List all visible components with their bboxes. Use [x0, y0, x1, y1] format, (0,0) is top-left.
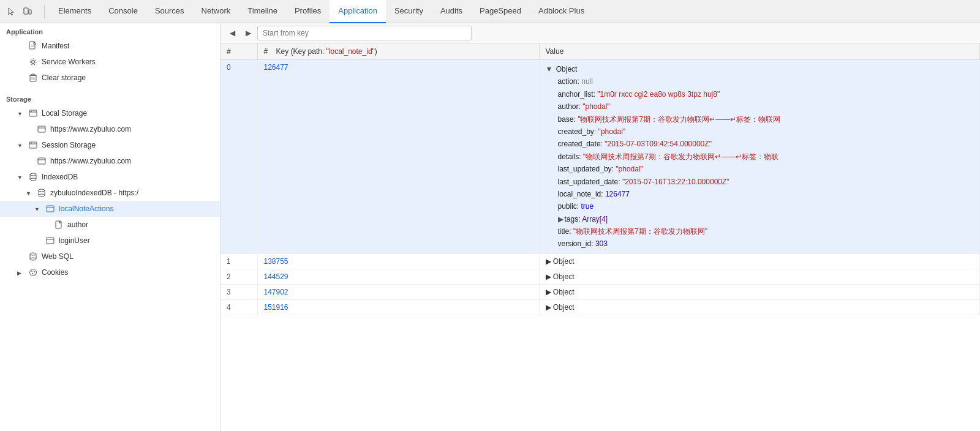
web-sql-label: Web SQL	[42, 252, 74, 261]
back-button[interactable]: ◀	[225, 26, 239, 40]
localNoteActions-icon	[45, 204, 55, 214]
tab-adblock[interactable]: Adblock Plus	[530, 0, 593, 23]
localNoteActions-label: localNoteActions	[59, 204, 113, 213]
indexeddb-label: IndexedDB	[42, 173, 78, 181]
svg-rect-15	[31, 111, 32, 112]
sidebar-item-session-storage[interactable]: Session Storage	[0, 137, 220, 153]
tab-pagespeed[interactable]: PageSpeed	[471, 0, 530, 23]
table-row[interactable]: 0 126477 ▼ Object action: null anchor	[221, 60, 980, 254]
main-tabs: Elements Console Sources Network Timelin…	[50, 0, 593, 23]
content-toolbar: ◀ ▶	[221, 23, 980, 43]
row-key[interactable]: 126477	[257, 60, 539, 254]
sidebar-item-author[interactable]: author	[0, 217, 220, 233]
table-row[interactable]: 2 144529 ▶ Object	[221, 269, 980, 284]
row-key[interactable]: 138755	[257, 253, 539, 269]
row-value: ▶ Object	[539, 284, 980, 299]
tab-security[interactable]: Security	[386, 0, 432, 23]
doc-icon	[28, 41, 38, 51]
gear-icon	[28, 57, 38, 67]
row-num: 3	[221, 284, 257, 299]
obj-expand-arrow[interactable]: ▼	[546, 65, 553, 73]
idb-zybuluo-arrow[interactable]	[26, 189, 33, 197]
tags-expand[interactable]: ▶	[558, 215, 564, 223]
table-row[interactable]: 3 147902 ▶ Object	[221, 284, 980, 299]
svg-point-43	[32, 273, 33, 274]
row4-expand[interactable]: ▶	[546, 303, 551, 312]
device-icon[interactable]	[21, 5, 34, 18]
forward-button[interactable]: ▶	[241, 26, 255, 40]
svg-rect-13	[29, 110, 37, 116]
row-key[interactable]: 144529	[257, 269, 539, 284]
search-input[interactable]	[257, 26, 472, 40]
sidebar-item-localNoteActions[interactable]: localNoteActions	[0, 201, 220, 217]
session-storage-icon	[28, 140, 38, 150]
sidebar-item-web-sql[interactable]: Web SQL	[0, 249, 220, 264]
tab-network[interactable]: Network	[193, 0, 239, 23]
sidebar-item-local-storage-zybuluo[interactable]: https://www.zybuluo.com	[0, 121, 220, 137]
tab-profiles[interactable]: Profiles	[286, 0, 330, 23]
row-num: 0	[221, 60, 257, 254]
field-base: base: "物联网技术周报第7期：谷歌发力物联网↵——↵标签：物联网	[558, 113, 974, 126]
field-author: author: "phodal"	[558, 100, 974, 113]
author-label: author	[67, 220, 88, 229]
svg-rect-0	[24, 8, 28, 14]
svg-rect-16	[38, 126, 45, 132]
sidebar-item-local-storage[interactable]: Local Storage	[0, 105, 220, 121]
trash-icon	[28, 73, 38, 83]
tab-elements[interactable]: Elements	[50, 0, 100, 23]
svg-rect-20	[31, 143, 32, 144]
row-key[interactable]: 151916	[257, 299, 539, 315]
sidebar-item-loginUser[interactable]: loginUser	[0, 233, 220, 249]
row2-expand[interactable]: ▶	[546, 272, 551, 281]
loginUser-label: loginUser	[59, 236, 90, 245]
cursor-icon[interactable]	[5, 5, 18, 18]
svg-rect-18	[29, 142, 37, 148]
session-storage-arrow[interactable]	[17, 141, 24, 149]
local-storage-icon	[28, 108, 38, 118]
local-storage-arrow[interactable]	[17, 109, 24, 118]
tab-sources[interactable]: Sources	[146, 0, 193, 23]
svg-point-41	[31, 271, 32, 272]
sidebar-item-cookies[interactable]: Cookies	[0, 264, 220, 280]
sidebar-item-indexeddb[interactable]: IndexedDB	[0, 169, 220, 185]
tab-timeline[interactable]: Timeline	[239, 0, 286, 23]
sidebar-item-clear-storage[interactable]: Clear storage	[0, 70, 220, 86]
sidebar-item-session-zybuluo[interactable]: https://www.zybuluo.com	[0, 153, 220, 169]
top-toolbar: Elements Console Sources Network Timelin…	[0, 0, 980, 23]
obj-type-label: Object	[556, 65, 578, 73]
cookies-label: Cookies	[42, 268, 68, 277]
svg-rect-1	[29, 10, 31, 14]
col-key-label-text: Key (Key path: "local_note_id")	[276, 47, 377, 56]
localNoteActions-arrow[interactable]	[34, 204, 42, 213]
table-row[interactable]: 4 151916 ▶ Object	[221, 299, 980, 315]
idb-cylinder-small-icon	[37, 188, 47, 198]
row-key[interactable]: 147902	[257, 284, 539, 299]
tab-application[interactable]: Application	[330, 0, 386, 23]
row-value: ▶ Object	[539, 269, 980, 284]
table-row[interactable]: 1 138755 ▶ Object	[221, 253, 980, 269]
field-anchor-list: anchor_list: "1m0r rxcc cgi2 ea8o wp8s 3…	[558, 88, 974, 100]
field-version-id: version_id: 303	[558, 238, 974, 250]
field-public: public: true	[558, 200, 974, 212]
cookies-arrow[interactable]	[17, 268, 24, 277]
sidebar: Application Manifest Service Workers Cle…	[0, 23, 221, 431]
row1-expand[interactable]: ▶	[546, 257, 551, 266]
web-sql-icon	[28, 252, 38, 261]
svg-rect-21	[38, 158, 45, 164]
manifest-label: Manifest	[42, 42, 69, 50]
row3-expand[interactable]: ▶	[546, 288, 551, 296]
row-num: 2	[221, 269, 257, 284]
tab-audits[interactable]: Audits	[432, 0, 471, 23]
svg-point-39	[30, 258, 36, 260]
svg-point-23	[30, 173, 36, 176]
tab-console[interactable]: Console	[100, 0, 146, 23]
row-value: ▶ Object	[539, 253, 980, 269]
sidebar-item-indexeddb-zybuluo[interactable]: zybuluoIndexedDB - https:/	[0, 185, 220, 201]
indexeddb-arrow[interactable]	[17, 173, 24, 181]
sidebar-item-service-workers[interactable]: Service Workers	[0, 54, 220, 70]
col-header-num: #	[221, 43, 257, 60]
svg-point-44	[34, 274, 34, 274]
content-panel: ◀ ▶ # # Key (Key path: "local_note_id") …	[221, 23, 980, 431]
svg-point-40	[30, 269, 37, 276]
sidebar-item-manifest[interactable]: Manifest	[0, 38, 220, 54]
